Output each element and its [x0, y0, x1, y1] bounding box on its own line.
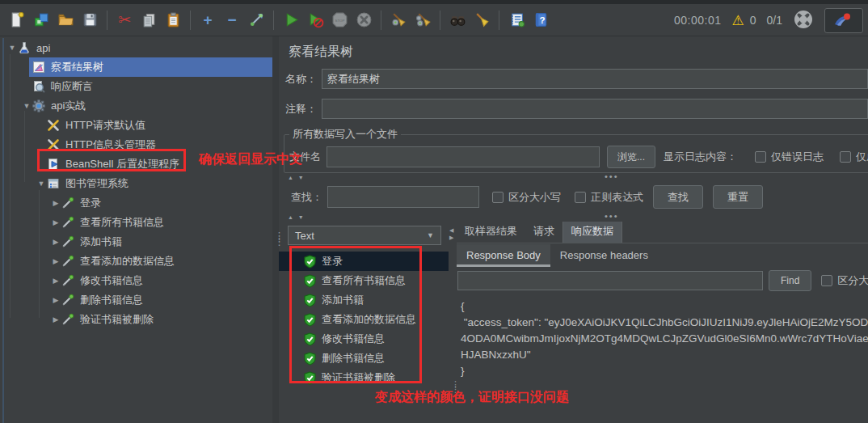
- sidebar-tree-item[interactable]: ▶修改书籍信息: [0, 271, 272, 290]
- sidebar-tree-item[interactable]: ▼api实战: [0, 96, 272, 116]
- sidebar-tree-item[interactable]: ▼图书管理系统: [0, 174, 272, 193]
- name-label: 名称：: [279, 72, 322, 87]
- controller-icon: [47, 177, 61, 190]
- detail-tab[interactable]: 请求: [525, 222, 563, 243]
- start-icon[interactable]: [279, 9, 303, 32]
- remote-stop-icon[interactable]: [793, 9, 814, 32]
- annotation-box-results: [289, 246, 422, 383]
- expand-icon[interactable]: ▶: [50, 238, 61, 246]
- toolbar-separator: [381, 11, 381, 30]
- toolbar-separator: [440, 11, 440, 30]
- expand-icon[interactable]: ▶: [50, 199, 61, 207]
- sidebar-tree-item[interactable]: ▼api: [0, 38, 272, 57]
- tools-icon: [47, 119, 61, 132]
- tree-item-label: 响应断言: [51, 79, 93, 94]
- sidebar-tree-item[interactable]: HTTP请求默认值: [0, 116, 272, 135]
- response-subtab[interactable]: Response headers: [550, 244, 658, 267]
- response-body-text[interactable]: { "access_token": "eyJ0eXAiOiJKV1QiLCJhb…: [461, 298, 868, 379]
- collapse-icon[interactable]: ▼: [6, 44, 18, 52]
- stop-icon[interactable]: STOP: [327, 9, 352, 32]
- paste-icon[interactable]: [161, 9, 185, 32]
- regex-checkbox[interactable]: [575, 192, 586, 203]
- browse-button[interactable]: 浏览...: [607, 146, 655, 168]
- expand-icon[interactable]: ▶: [50, 277, 61, 285]
- horizontal-splitter[interactable]: ▲ ▼ •••: [279, 174, 868, 182]
- response-case-label: 区分大小: [837, 273, 868, 288]
- clear-all-icon[interactable]: [411, 9, 435, 32]
- sidebar-tree-item[interactable]: ▶添加书籍: [0, 232, 272, 252]
- function-helper-icon[interactable]: [504, 9, 529, 32]
- search-icon[interactable]: [445, 9, 470, 32]
- tree-item-label: 修改书籍信息: [80, 273, 143, 288]
- sidebar-tree-item[interactable]: ▶删除书籍信息: [0, 290, 272, 310]
- jmeter-logo-button[interactable]: [824, 8, 863, 33]
- jmeter-logo-icon: [833, 11, 854, 29]
- gear-icon: [32, 99, 47, 112]
- collapse-icon[interactable]: ▼: [21, 102, 32, 110]
- regex-label: 正则表达式: [591, 190, 643, 205]
- warning-icon[interactable]: ⚠: [731, 12, 744, 29]
- response-find-button[interactable]: Find: [769, 270, 811, 291]
- format-dropdown[interactable]: Text ▼: [288, 226, 441, 245]
- expand-icon[interactable]: ▶: [50, 218, 61, 226]
- search-reset-icon[interactable]: [470, 9, 494, 32]
- elapsed-timer: 00:00:01: [674, 14, 722, 27]
- svg-text:STOP: STOP: [335, 19, 344, 23]
- success-only-checkbox[interactable]: [840, 151, 851, 163]
- detail-tab[interactable]: 取样器结果: [457, 222, 525, 243]
- add-icon[interactable]: +: [196, 9, 220, 32]
- splitter-grip-icon: •••: [605, 211, 619, 221]
- sidebar-tree-item[interactable]: 响应断言: [0, 77, 272, 96]
- tree-item-label: 验证书籍被删除: [80, 312, 154, 327]
- copy-icon[interactable]: [137, 9, 161, 32]
- response-case-checkbox[interactable]: [821, 275, 832, 286]
- response-find-input[interactable]: [457, 271, 763, 290]
- thread-counter: 0/1: [767, 14, 782, 27]
- detail-tab[interactable]: 响应数据: [563, 222, 622, 243]
- tree-item-label: HTTP请求默认值: [65, 118, 145, 133]
- filename-input[interactable]: [327, 146, 600, 167]
- tree-item-label: 登录: [80, 196, 101, 210]
- horizontal-splitter[interactable]: ▲ ▼ •••: [279, 214, 868, 222]
- subtract-icon[interactable]: −: [220, 9, 244, 32]
- expand-icon[interactable]: ▶: [50, 315, 61, 324]
- search-input[interactable]: [327, 186, 479, 208]
- templates-icon[interactable]: [29, 9, 53, 32]
- sampler-icon: [61, 255, 76, 268]
- expand-icon[interactable]: ▶: [50, 257, 61, 265]
- sidebar-tree-item[interactable]: ▶登录: [0, 193, 272, 213]
- find-button[interactable]: 查找: [653, 185, 703, 209]
- reset-button[interactable]: 重置: [713, 185, 763, 209]
- save-icon[interactable]: [78, 9, 102, 32]
- collapse-icon[interactable]: ▼: [36, 180, 47, 188]
- jmeter-window: ✂+−STOP? 00:00:01 ⚠ 0 0/1 ▼api察看结果树响应断言▼…: [0, 0, 868, 423]
- open-folder-icon[interactable]: [53, 9, 78, 32]
- splitter-collapse-icons[interactable]: ▲ ▼: [288, 214, 305, 220]
- sidebar-tree-item[interactable]: ▶查看添加的数据信息: [0, 252, 272, 271]
- case-sensitive-checkbox[interactable]: [492, 192, 504, 203]
- sidebar-tree-item[interactable]: 察看结果树: [0, 57, 272, 77]
- new-file-icon[interactable]: [5, 9, 29, 32]
- sidebar-splitter[interactable]: ⋮⋮: [272, 36, 279, 423]
- toolbar-status-cluster: 00:00:01 ⚠ 0 0/1: [674, 4, 863, 36]
- errors-only-checkbox[interactable]: [755, 151, 766, 163]
- file-section-legend: 所有数据写入一个文件: [289, 127, 401, 142]
- cut-icon[interactable]: ✂: [112, 9, 137, 32]
- sampler-icon: [61, 313, 76, 326]
- success-only-label: 仅成功: [856, 150, 868, 164]
- response-subtab[interactable]: Response Body: [457, 244, 550, 267]
- toolbar-separator: [190, 11, 191, 30]
- detail-tab-bar: 取样器结果请求响应数据: [457, 222, 868, 243]
- splitter-collapse-icons[interactable]: ▲ ▼: [288, 175, 305, 180]
- splitter-collapse-icons[interactable]: ◀▶: [449, 226, 453, 241]
- clear-icon[interactable]: [386, 9, 411, 32]
- shutdown-icon[interactable]: [352, 9, 376, 32]
- start-no-timers-icon[interactable]: [303, 9, 327, 32]
- sidebar-tree-item[interactable]: ▶查看所有书籍信息: [0, 213, 272, 232]
- comment-input[interactable]: [322, 99, 868, 119]
- sidebar-tree-item[interactable]: ▶验证书籍被删除: [0, 310, 272, 329]
- toggle-icon[interactable]: [244, 9, 268, 32]
- name-input[interactable]: [322, 69, 868, 89]
- help-icon[interactable]: ?: [529, 9, 553, 32]
- expand-icon[interactable]: ▶: [50, 296, 61, 304]
